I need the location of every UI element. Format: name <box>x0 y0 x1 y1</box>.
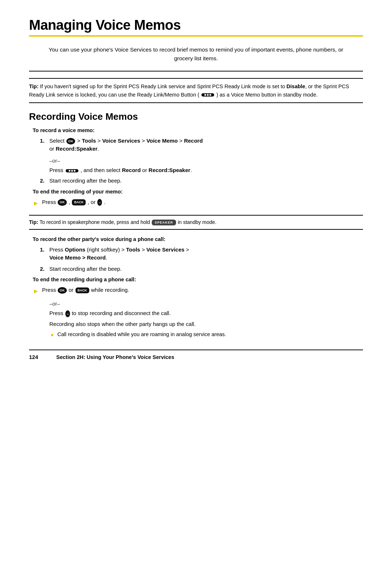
tip2-text2: in standby mode. <box>178 219 217 225</box>
small-bullet-icon: ■ <box>51 332 54 338</box>
step-2: 2. Start recording after the beep. <box>40 177 363 185</box>
arrow-icon-2: ► <box>33 286 39 296</box>
back-icon: BACK <box>72 199 86 205</box>
tip1-end: ) as a Voice Memo button in standby mode… <box>216 92 318 98</box>
subsection2-label: To end the recording of your memo: <box>33 189 363 195</box>
tip1-label: Tip: <box>29 83 38 89</box>
divider-1 <box>29 71 363 72</box>
or-record: Record <box>122 167 141 173</box>
arrow-icon-1: ► <box>33 199 39 208</box>
step1-arrow3: > <box>142 138 146 144</box>
step-1-number: 1. <box>40 137 49 145</box>
bullet1-comma: , <box>69 199 72 205</box>
subsection4-label: To end the recording during a phone call… <box>33 277 363 282</box>
phone-step-1-content: Press Options (right softkey) > Tools > … <box>49 246 363 262</box>
bullet1-period: . <box>104 199 106 205</box>
section-recording-title: Recording Voice Memos <box>29 111 363 122</box>
or-record-speaker: Record:Speaker <box>148 167 190 173</box>
footer-page-number: 124 <box>29 354 38 360</box>
back-icon-2: BACK <box>75 287 89 294</box>
sub-bullet-1: ■ Call recording is disabled while you a… <box>51 331 363 339</box>
title-underline <box>29 35 363 37</box>
menu-ok-icon-2: OK <box>58 199 67 206</box>
press-end-line: Press ⌵ to stop recording and disconnect… <box>49 309 363 318</box>
step1-arrow2: > <box>98 138 102 144</box>
or-block-1: –or– Press , and then select Record or R… <box>49 157 363 175</box>
footer-section-text: Section 2H: Using Your Phone's Voice Ser… <box>56 354 174 360</box>
footer-bar: 124 Section 2H: Using Your Phone's Voice… <box>29 350 363 360</box>
ps1-arrow1: > <box>142 246 146 253</box>
step1-voice-services: Voice Services <box>102 138 140 144</box>
tip-box-1: Tip: If you haven't signed up for the Sp… <box>29 78 363 103</box>
step1-or-text: or <box>49 146 56 152</box>
phone-step-2-number: 2. <box>40 265 49 273</box>
also-stops-text: Recording also stops when the other part… <box>49 320 363 328</box>
step-1-content: Select OK > Tools > Voice Services > Voi… <box>49 137 363 153</box>
menu-ok-icon-1: OK <box>66 138 75 145</box>
bullet2-press: Press <box>42 287 58 293</box>
step-2-content: Start recording after the beep. <box>49 177 363 185</box>
step1-select-text: Select <box>49 138 66 144</box>
bullet2-while: while recording. <box>91 287 129 293</box>
subsection3-label: To record the other party's voice during… <box>33 236 363 242</box>
speaker-icon: SPEAKER <box>152 220 176 226</box>
bullet2-content: Press OK or BACK while recording. <box>42 286 129 294</box>
end-icon-2: ⌵ <box>65 310 70 317</box>
bullet-1: ► Press OK , BACK , or ⌵ . <box>33 198 363 208</box>
ps1-press: Press <box>49 246 65 253</box>
or-block-2: –or– Press ⌵ to stop recording and disco… <box>49 300 363 328</box>
intro-text: You can use your phone's Voice Services … <box>47 45 345 63</box>
phone-step-2: 2. Start recording after the beep. <box>40 265 363 273</box>
ps1-arrow2: > <box>186 246 189 253</box>
sub-bullet-text: Call recording is disabled while you are… <box>57 331 226 339</box>
page-title: Managing Voice Memos <box>29 17 363 33</box>
ps1-options: Options <box>65 246 86 253</box>
step-list-1: 1. Select OK > Tools > Voice Services > … <box>40 137 363 153</box>
ps1-voice-services: Voice Services <box>146 246 184 253</box>
bullet1-or: , or <box>88 199 97 205</box>
step1-record-speaker: Record:Speaker <box>56 146 98 152</box>
tip1-text: Tip: If you haven't signed up for the Sp… <box>29 82 363 99</box>
bullet1-press: Press <box>42 199 58 205</box>
ps1-softkey: (right softkey) > <box>87 246 126 253</box>
memo-button-icon <box>201 93 214 97</box>
phone-step-1-number: 1. <box>40 246 49 254</box>
step1-tools: Tools <box>82 138 96 144</box>
end-icon-1: ⌵ <box>97 199 102 206</box>
press-end-text: to stop recording and disconnect the cal… <box>72 310 171 316</box>
menu-ok-icon-3: OK <box>58 287 67 294</box>
step1-arrow4: > <box>179 138 184 144</box>
ps1-tools: Tools <box>126 246 140 253</box>
phone-step-2-content: Start recording after the beep. <box>49 265 363 273</box>
or-line-2: –or– <box>49 300 363 308</box>
bullet-2: ► Press OK or BACK while recording. <box>33 286 363 296</box>
tip2-text: To record in speakerphone mode, press an… <box>40 219 151 225</box>
press-text: Press <box>49 310 65 316</box>
or-or-text: or <box>142 167 149 173</box>
or-then-text: , and then select <box>81 167 122 173</box>
ps1-voice-memo: Voice Memo > Record <box>49 254 106 261</box>
or-press-line: Press , and then select Record or Record… <box>49 166 363 175</box>
step-2-number: 2. <box>40 177 49 185</box>
step-list-2: 2. Start recording after the beep. <box>40 177 363 185</box>
dots-btn-icon-1 <box>66 169 78 172</box>
phone-step-1: 1. Press Options (right softkey) > Tools… <box>40 246 363 262</box>
step1-record: Record <box>184 138 203 144</box>
phone-step-list: 1. Press Options (right softkey) > Tools… <box>40 246 363 273</box>
tip2-box: Tip: To record in speakerphone mode, pre… <box>29 215 363 230</box>
bullet1-content: Press OK , BACK , or ⌵ . <box>42 198 106 207</box>
step1-arrow1: > <box>77 138 82 144</box>
step-1: 1. Select OK > Tools > Voice Services > … <box>40 137 363 153</box>
or-press-text: Press <box>49 167 65 173</box>
step1-voice-memo: Voice Memo <box>146 138 177 144</box>
tip2-label: Tip: <box>29 219 38 225</box>
or-line-1: –or– <box>49 157 363 165</box>
subsection1-label: To record a voice memo: <box>33 127 363 133</box>
bullet2-or: or <box>69 287 75 293</box>
